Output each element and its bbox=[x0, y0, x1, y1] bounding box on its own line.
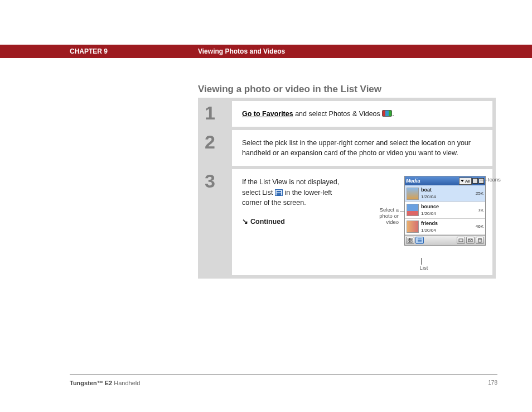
thumbnail-icon bbox=[407, 188, 419, 200]
step-3: 3 If the List View is not displayed, sel… bbox=[201, 169, 492, 275]
step-3-body: If the List View is not displayed, selec… bbox=[232, 169, 492, 275]
section-heading: Viewing a photo or video in the List Vie… bbox=[198, 84, 381, 95]
list-item[interactable]: bounce 1/20/04 7K bbox=[405, 202, 485, 219]
item-name: bounce bbox=[421, 203, 467, 210]
item-name: boat bbox=[421, 186, 467, 194]
step-1-text: and select Photos & Videos bbox=[293, 110, 383, 118]
continued-label: Continued bbox=[250, 218, 285, 226]
device-app-title: Media bbox=[406, 178, 420, 185]
steps-container: 1 Go to Favorites and select Photos & Vi… bbox=[198, 98, 496, 279]
svg-rect-7 bbox=[459, 239, 463, 242]
svg-rect-3 bbox=[410, 241, 412, 242]
footer-product: Tungsten™ E2 Handheld bbox=[70, 380, 140, 386]
step-1-period: . bbox=[392, 110, 394, 118]
list-icon bbox=[275, 189, 283, 196]
svg-rect-11 bbox=[478, 239, 481, 242]
chapter-label: CHAPTER 9 bbox=[70, 47, 108, 55]
device-frame: Media All boat bbox=[404, 176, 486, 246]
thumbnail-icon bbox=[407, 221, 419, 233]
go-to-favorites-link[interactable]: Go to Favorites bbox=[242, 110, 293, 118]
product-name-bold: Tungsten™ E2 bbox=[70, 380, 112, 386]
step-1-body: Go to Favorites and select Photos & Vide… bbox=[232, 101, 492, 127]
callout-line bbox=[421, 258, 422, 265]
list-item[interactable]: friends 1/20/04 46K bbox=[405, 219, 485, 236]
thumbnail-view-button[interactable] bbox=[406, 237, 414, 244]
delete-button[interactable] bbox=[476, 237, 484, 244]
list-view-button[interactable] bbox=[415, 237, 424, 244]
callout-list: List bbox=[415, 265, 432, 271]
item-date: 1/20/04 bbox=[421, 194, 467, 200]
chapter-title: Viewing Photos and Videos bbox=[198, 47, 285, 55]
list-item[interactable]: boat 1/20/04 25K bbox=[405, 185, 485, 202]
titlebar-icon-1[interactable] bbox=[472, 178, 478, 184]
send-button[interactable] bbox=[466, 237, 475, 244]
step-2: 2 Select the pick list in the upper-righ… bbox=[201, 130, 492, 166]
device-toolbar bbox=[405, 235, 485, 245]
callout-line bbox=[480, 180, 487, 180]
page-number: 178 bbox=[488, 380, 497, 386]
callout-line bbox=[400, 212, 404, 212]
item-size: 25K bbox=[469, 190, 483, 197]
item-size: 46K bbox=[469, 223, 483, 230]
callout-icons: Icons bbox=[488, 177, 501, 183]
step-number: 2 bbox=[201, 130, 232, 166]
chevron-down-icon bbox=[461, 180, 464, 182]
device-screenshot: Select a photo or video Icons List Media… bbox=[404, 176, 486, 246]
picklist-value: All bbox=[465, 178, 470, 185]
svg-rect-1 bbox=[410, 238, 412, 240]
device-titlebar: Media All bbox=[405, 176, 485, 185]
slideshow-button[interactable] bbox=[457, 237, 465, 244]
continued-arrow-icon: ↘ bbox=[242, 217, 248, 227]
item-date: 1/20/04 bbox=[421, 227, 467, 234]
chapter-header-bar: CHAPTER 9 Viewing Photos and Videos bbox=[0, 45, 532, 58]
footer-rule bbox=[70, 374, 497, 375]
product-name-rest: Handheld bbox=[112, 380, 140, 386]
svg-rect-0 bbox=[408, 238, 410, 240]
item-name: friends bbox=[421, 220, 467, 227]
item-date: 1/20/04 bbox=[421, 210, 467, 217]
step-1: 1 Go to Favorites and select Photos & Vi… bbox=[201, 101, 492, 127]
device-category-picklist[interactable]: All bbox=[459, 178, 472, 185]
step-number: 1 bbox=[201, 101, 232, 127]
thumbnail-icon bbox=[407, 204, 419, 216]
step-number: 3 bbox=[201, 169, 232, 275]
continued-indicator: ↘Continued bbox=[242, 217, 351, 227]
step-2-body: Select the pick list in the upper-right … bbox=[232, 130, 492, 166]
svg-rect-2 bbox=[408, 241, 410, 242]
photos-videos-app-icon bbox=[382, 110, 392, 117]
callout-select: Select a photo or video bbox=[371, 207, 399, 226]
step-2-text: Select the pick list in the upper-right … bbox=[242, 139, 471, 157]
titlebar-icon-2[interactable] bbox=[478, 178, 484, 184]
device-media-list: boat 1/20/04 25K bounce 1/20/04 7K bbox=[405, 185, 485, 235]
item-size: 7K bbox=[469, 207, 483, 214]
